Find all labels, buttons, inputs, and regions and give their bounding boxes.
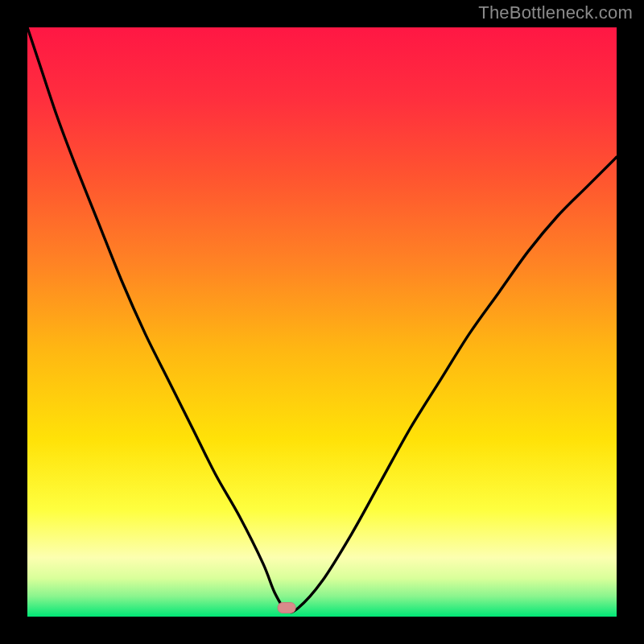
attribution-text: TheBottleneck.com (478, 2, 633, 23)
plot-area (27, 27, 617, 617)
optimal-marker (278, 603, 295, 613)
chart-container: TheBottleneck.com (0, 0, 644, 644)
bottleneck-chart (0, 0, 644, 644)
